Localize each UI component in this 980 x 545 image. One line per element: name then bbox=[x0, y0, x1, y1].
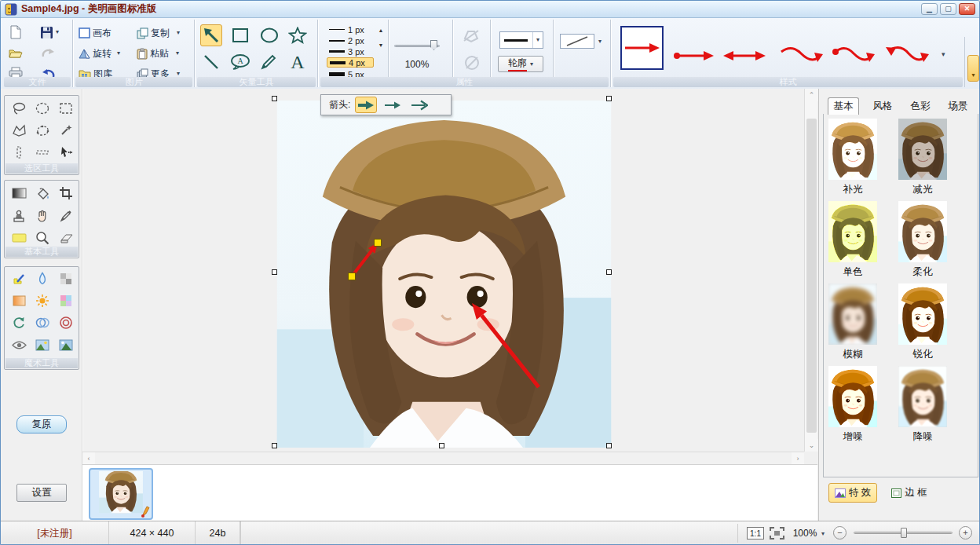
effect-thumb-buguang[interactable] bbox=[828, 119, 877, 180]
restore-button[interactable]: 复原 bbox=[16, 415, 67, 433]
line-width-4px-selected[interactable]: 4 px bbox=[327, 57, 374, 68]
annotation-endpoint-handle[interactable] bbox=[375, 240, 382, 247]
pencil-tool[interactable] bbox=[258, 51, 280, 73]
copy-button[interactable]: 复制▾ bbox=[137, 25, 180, 41]
maximize-button[interactable]: ▢ bbox=[940, 3, 956, 15]
vertical-scrollbar[interactable]: ⌃ ⌄ bbox=[804, 89, 817, 452]
row-select-tool[interactable] bbox=[32, 143, 53, 162]
zoom-slider-thumb[interactable] bbox=[901, 528, 907, 538]
outline-button[interactable]: 轮廓▾ bbox=[498, 56, 543, 72]
red-eye-tool[interactable] bbox=[9, 335, 29, 354]
ellipse-select-tool[interactable] bbox=[32, 99, 53, 118]
image-handle-mr[interactable] bbox=[606, 269, 612, 275]
image-handle-bm[interactable] bbox=[439, 443, 444, 448]
width-spin-down[interactable]: ▼ bbox=[376, 42, 386, 49]
line-width-1px[interactable]: 1 px bbox=[327, 24, 374, 35]
close-button[interactable]: ✕ bbox=[959, 3, 975, 15]
redo-button[interactable] bbox=[42, 45, 55, 60]
settings-button[interactable]: 设置 bbox=[16, 484, 67, 502]
ribbon-expand-button[interactable]: ▾ bbox=[967, 55, 979, 82]
move-select-tool[interactable] bbox=[56, 143, 76, 162]
image-handle-ml[interactable] bbox=[272, 269, 277, 275]
brightness-tool[interactable] bbox=[32, 291, 53, 310]
mark-tool[interactable] bbox=[9, 269, 29, 288]
vertical-scroll-thumb[interactable] bbox=[806, 119, 817, 433]
save-dropdown-caret[interactable]: ▾ bbox=[56, 29, 59, 35]
effect-thumb-ruihua[interactable] bbox=[898, 283, 947, 345]
text-tool[interactable]: A bbox=[287, 51, 309, 73]
open-image-thumbnail[interactable] bbox=[89, 468, 153, 520]
fill-bucket-tool[interactable] bbox=[32, 184, 53, 203]
paste-button[interactable]: 粘贴▾ bbox=[137, 46, 179, 61]
fill-style-dropdown[interactable] bbox=[560, 34, 594, 49]
ellipse-tool[interactable] bbox=[258, 24, 280, 46]
tab-color[interactable]: 色彩 bbox=[903, 97, 938, 115]
scroll-up-button[interactable]: ⌃ bbox=[805, 89, 818, 101]
image-handle-bl[interactable] bbox=[272, 443, 277, 448]
pen-tool[interactable] bbox=[56, 207, 76, 225]
rings-tool[interactable] bbox=[56, 313, 76, 332]
star-tool[interactable] bbox=[287, 24, 309, 46]
style-double-curved-arrow[interactable] bbox=[884, 44, 930, 68]
open-button[interactable] bbox=[9, 45, 23, 60]
scroll-right-button[interactable]: › bbox=[792, 452, 804, 464]
style-curved-arrow[interactable] bbox=[779, 44, 825, 68]
mosaic-tool[interactable] bbox=[56, 269, 76, 288]
line-width-2px[interactable]: 2 px bbox=[327, 35, 374, 46]
style-more-caret[interactable]: ▾ bbox=[942, 51, 945, 58]
actual-size-button[interactable]: 1:1 bbox=[747, 527, 764, 540]
more-dropdown-caret[interactable]: ▾ bbox=[177, 71, 180, 77]
zoom-tool[interactable] bbox=[32, 229, 53, 247]
tab-basic[interactable]: 基本 bbox=[828, 97, 859, 115]
copy-dropdown-caret[interactable]: ▾ bbox=[177, 30, 180, 36]
column-select-tool[interactable] bbox=[9, 143, 29, 162]
zoom-in-button[interactable]: + bbox=[959, 526, 972, 540]
line-tool[interactable] bbox=[200, 51, 222, 73]
highlighter-tool[interactable] bbox=[9, 229, 29, 247]
save-button[interactable]: ▾ bbox=[40, 24, 59, 40]
waterdrop-tool[interactable] bbox=[32, 269, 53, 288]
minimize-button[interactable]: ▁ bbox=[921, 3, 938, 15]
rotate-dropdown-caret[interactable]: ▾ bbox=[117, 50, 120, 57]
callout-tool[interactable]: A bbox=[229, 51, 251, 73]
effect-thumb-danse[interactable] bbox=[828, 201, 877, 262]
paste-dropdown-caret[interactable]: ▾ bbox=[176, 50, 179, 57]
scroll-down-button[interactable]: ⌄ bbox=[805, 439, 818, 452]
style-dot-arrow[interactable] bbox=[671, 44, 717, 68]
tab-style[interactable]: 风格 bbox=[865, 97, 900, 115]
magnetic-lasso-tool[interactable] bbox=[32, 121, 53, 140]
zoom-out-button[interactable]: − bbox=[833, 526, 847, 540]
eraser-tool[interactable] bbox=[56, 229, 76, 247]
tone-gradient-tool[interactable] bbox=[9, 291, 29, 310]
horizontal-scrollbar[interactable]: ‹ › bbox=[82, 452, 804, 464]
annotation-arrow-line[interactable] bbox=[481, 316, 539, 387]
effect-thumb-zengzao[interactable] bbox=[828, 366, 877, 427]
rectangle-tool[interactable] bbox=[229, 24, 251, 46]
scroll-left-button[interactable]: ‹ bbox=[82, 452, 95, 464]
arrow-style-thin[interactable] bbox=[382, 97, 404, 113]
color-adjust-tool[interactable] bbox=[56, 291, 76, 310]
blend-circles-tool[interactable] bbox=[32, 313, 53, 332]
effect-thumb-mohu[interactable] bbox=[828, 283, 877, 345]
rotate-button[interactable]: 旋转▾ bbox=[79, 46, 120, 61]
effect-thumb-rouhua[interactable] bbox=[898, 201, 947, 262]
line-width-3px[interactable]: 3 px bbox=[327, 46, 374, 57]
style-straight-arrow-selected[interactable] bbox=[620, 26, 664, 70]
effects-bottom-tab[interactable]: 特 效 bbox=[828, 483, 877, 503]
stamp-tool[interactable] bbox=[9, 207, 29, 225]
style-double-arrow[interactable] bbox=[722, 44, 767, 68]
outline-dropdown-caret[interactable]: ▾ bbox=[530, 61, 533, 68]
opacity-slider-thumb[interactable] bbox=[430, 40, 437, 50]
width-spin-up[interactable]: ▲ bbox=[376, 27, 386, 35]
effect-thumb-jianguang[interactable] bbox=[898, 119, 947, 180]
rect-select-tool[interactable] bbox=[56, 99, 76, 118]
zoom-dropdown-caret[interactable]: ▾ bbox=[821, 531, 825, 537]
fit-screen-button[interactable] bbox=[770, 527, 784, 542]
arrow-tool[interactable] bbox=[200, 24, 222, 46]
lasso-tool[interactable] bbox=[9, 99, 29, 118]
arrow-style-solid[interactable] bbox=[355, 97, 377, 113]
magic-wand-tool[interactable] bbox=[56, 121, 76, 140]
rotate-magic-tool[interactable] bbox=[9, 313, 29, 332]
fill-dropdown-caret[interactable]: ▾ bbox=[598, 38, 602, 45]
crop-tool[interactable] bbox=[56, 184, 76, 203]
